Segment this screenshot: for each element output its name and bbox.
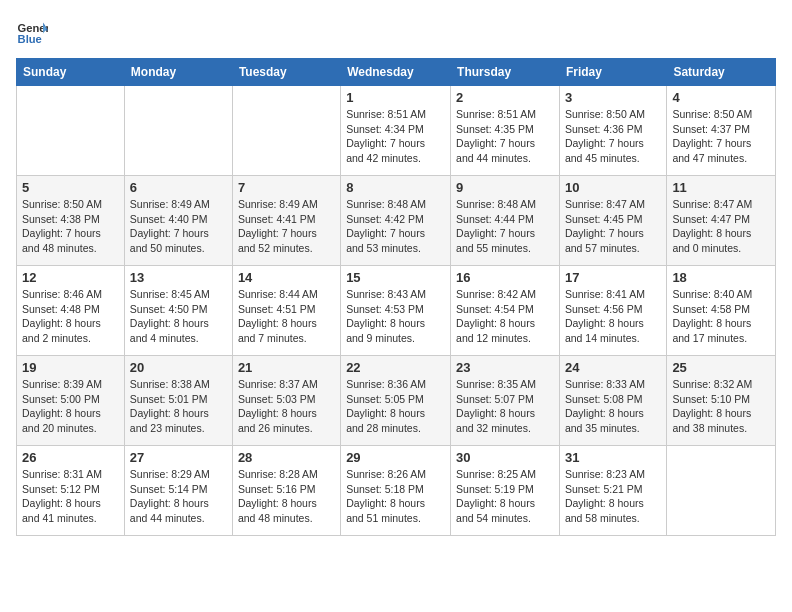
day-info: Sunrise: 8:44 AM Sunset: 4:51 PM Dayligh… (238, 287, 335, 346)
calendar-cell: 5Sunrise: 8:50 AM Sunset: 4:38 PM Daylig… (17, 176, 125, 266)
calendar-week-3: 12Sunrise: 8:46 AM Sunset: 4:48 PM Dayli… (17, 266, 776, 356)
day-info: Sunrise: 8:37 AM Sunset: 5:03 PM Dayligh… (238, 377, 335, 436)
weekday-header-sunday: Sunday (17, 59, 125, 86)
day-number: 20 (130, 360, 227, 375)
weekday-header-friday: Friday (559, 59, 666, 86)
calendar-cell: 20Sunrise: 8:38 AM Sunset: 5:01 PM Dayli… (124, 356, 232, 446)
day-number: 3 (565, 90, 661, 105)
calendar-cell: 6Sunrise: 8:49 AM Sunset: 4:40 PM Daylig… (124, 176, 232, 266)
calendar-cell: 2Sunrise: 8:51 AM Sunset: 4:35 PM Daylig… (451, 86, 560, 176)
day-info: Sunrise: 8:47 AM Sunset: 4:47 PM Dayligh… (672, 197, 770, 256)
day-info: Sunrise: 8:45 AM Sunset: 4:50 PM Dayligh… (130, 287, 227, 346)
calendar-cell: 1Sunrise: 8:51 AM Sunset: 4:34 PM Daylig… (341, 86, 451, 176)
day-number: 25 (672, 360, 770, 375)
day-info: Sunrise: 8:28 AM Sunset: 5:16 PM Dayligh… (238, 467, 335, 526)
calendar-cell (667, 446, 776, 536)
calendar-cell: 30Sunrise: 8:25 AM Sunset: 5:19 PM Dayli… (451, 446, 560, 536)
weekday-header-row: SundayMondayTuesdayWednesdayThursdayFrid… (17, 59, 776, 86)
day-info: Sunrise: 8:41 AM Sunset: 4:56 PM Dayligh… (565, 287, 661, 346)
day-number: 21 (238, 360, 335, 375)
weekday-header-tuesday: Tuesday (232, 59, 340, 86)
calendar-cell: 21Sunrise: 8:37 AM Sunset: 5:03 PM Dayli… (232, 356, 340, 446)
calendar-cell: 10Sunrise: 8:47 AM Sunset: 4:45 PM Dayli… (559, 176, 666, 266)
day-info: Sunrise: 8:42 AM Sunset: 4:54 PM Dayligh… (456, 287, 554, 346)
day-number: 18 (672, 270, 770, 285)
calendar-cell: 11Sunrise: 8:47 AM Sunset: 4:47 PM Dayli… (667, 176, 776, 266)
svg-text:Blue: Blue (18, 33, 42, 45)
day-number: 15 (346, 270, 445, 285)
day-info: Sunrise: 8:38 AM Sunset: 5:01 PM Dayligh… (130, 377, 227, 436)
day-info: Sunrise: 8:36 AM Sunset: 5:05 PM Dayligh… (346, 377, 445, 436)
day-info: Sunrise: 8:32 AM Sunset: 5:10 PM Dayligh… (672, 377, 770, 436)
calendar-cell (232, 86, 340, 176)
day-info: Sunrise: 8:35 AM Sunset: 5:07 PM Dayligh… (456, 377, 554, 436)
day-info: Sunrise: 8:50 AM Sunset: 4:38 PM Dayligh… (22, 197, 119, 256)
day-number: 5 (22, 180, 119, 195)
day-number: 10 (565, 180, 661, 195)
day-info: Sunrise: 8:50 AM Sunset: 4:37 PM Dayligh… (672, 107, 770, 166)
day-number: 17 (565, 270, 661, 285)
calendar-cell: 3Sunrise: 8:50 AM Sunset: 4:36 PM Daylig… (559, 86, 666, 176)
calendar-cell (124, 86, 232, 176)
day-number: 12 (22, 270, 119, 285)
calendar-week-5: 26Sunrise: 8:31 AM Sunset: 5:12 PM Dayli… (17, 446, 776, 536)
day-number: 7 (238, 180, 335, 195)
calendar-cell: 27Sunrise: 8:29 AM Sunset: 5:14 PM Dayli… (124, 446, 232, 536)
weekday-header-monday: Monday (124, 59, 232, 86)
day-info: Sunrise: 8:49 AM Sunset: 4:41 PM Dayligh… (238, 197, 335, 256)
calendar-cell: 15Sunrise: 8:43 AM Sunset: 4:53 PM Dayli… (341, 266, 451, 356)
calendar-cell: 12Sunrise: 8:46 AM Sunset: 4:48 PM Dayli… (17, 266, 125, 356)
day-number: 13 (130, 270, 227, 285)
logo-icon: General Blue (16, 16, 48, 48)
day-number: 22 (346, 360, 445, 375)
calendar-cell: 9Sunrise: 8:48 AM Sunset: 4:44 PM Daylig… (451, 176, 560, 266)
calendar-cell: 25Sunrise: 8:32 AM Sunset: 5:10 PM Dayli… (667, 356, 776, 446)
calendar-cell: 8Sunrise: 8:48 AM Sunset: 4:42 PM Daylig… (341, 176, 451, 266)
day-info: Sunrise: 8:46 AM Sunset: 4:48 PM Dayligh… (22, 287, 119, 346)
day-info: Sunrise: 8:48 AM Sunset: 4:44 PM Dayligh… (456, 197, 554, 256)
calendar-cell: 16Sunrise: 8:42 AM Sunset: 4:54 PM Dayli… (451, 266, 560, 356)
calendar-cell: 7Sunrise: 8:49 AM Sunset: 4:41 PM Daylig… (232, 176, 340, 266)
day-info: Sunrise: 8:40 AM Sunset: 4:58 PM Dayligh… (672, 287, 770, 346)
calendar-cell: 17Sunrise: 8:41 AM Sunset: 4:56 PM Dayli… (559, 266, 666, 356)
day-info: Sunrise: 8:48 AM Sunset: 4:42 PM Dayligh… (346, 197, 445, 256)
day-info: Sunrise: 8:51 AM Sunset: 4:35 PM Dayligh… (456, 107, 554, 166)
calendar-cell: 28Sunrise: 8:28 AM Sunset: 5:16 PM Dayli… (232, 446, 340, 536)
day-number: 2 (456, 90, 554, 105)
calendar-week-2: 5Sunrise: 8:50 AM Sunset: 4:38 PM Daylig… (17, 176, 776, 266)
day-info: Sunrise: 8:33 AM Sunset: 5:08 PM Dayligh… (565, 377, 661, 436)
calendar-cell (17, 86, 125, 176)
day-number: 1 (346, 90, 445, 105)
page-header: General Blue (16, 16, 776, 48)
calendar-cell: 26Sunrise: 8:31 AM Sunset: 5:12 PM Dayli… (17, 446, 125, 536)
calendar-week-1: 1Sunrise: 8:51 AM Sunset: 4:34 PM Daylig… (17, 86, 776, 176)
day-number: 24 (565, 360, 661, 375)
day-info: Sunrise: 8:49 AM Sunset: 4:40 PM Dayligh… (130, 197, 227, 256)
day-number: 4 (672, 90, 770, 105)
day-info: Sunrise: 8:39 AM Sunset: 5:00 PM Dayligh… (22, 377, 119, 436)
day-number: 27 (130, 450, 227, 465)
day-number: 30 (456, 450, 554, 465)
day-number: 19 (22, 360, 119, 375)
calendar-cell: 4Sunrise: 8:50 AM Sunset: 4:37 PM Daylig… (667, 86, 776, 176)
calendar-cell: 18Sunrise: 8:40 AM Sunset: 4:58 PM Dayli… (667, 266, 776, 356)
day-number: 6 (130, 180, 227, 195)
day-number: 14 (238, 270, 335, 285)
calendar-cell: 24Sunrise: 8:33 AM Sunset: 5:08 PM Dayli… (559, 356, 666, 446)
day-info: Sunrise: 8:26 AM Sunset: 5:18 PM Dayligh… (346, 467, 445, 526)
day-info: Sunrise: 8:31 AM Sunset: 5:12 PM Dayligh… (22, 467, 119, 526)
calendar-cell: 13Sunrise: 8:45 AM Sunset: 4:50 PM Dayli… (124, 266, 232, 356)
day-number: 16 (456, 270, 554, 285)
day-number: 28 (238, 450, 335, 465)
weekday-header-saturday: Saturday (667, 59, 776, 86)
calendar-cell: 14Sunrise: 8:44 AM Sunset: 4:51 PM Dayli… (232, 266, 340, 356)
calendar-cell: 23Sunrise: 8:35 AM Sunset: 5:07 PM Dayli… (451, 356, 560, 446)
calendar-cell: 31Sunrise: 8:23 AM Sunset: 5:21 PM Dayli… (559, 446, 666, 536)
day-number: 29 (346, 450, 445, 465)
logo: General Blue (16, 16, 52, 48)
day-number: 26 (22, 450, 119, 465)
calendar-table: SundayMondayTuesdayWednesdayThursdayFrid… (16, 58, 776, 536)
day-info: Sunrise: 8:51 AM Sunset: 4:34 PM Dayligh… (346, 107, 445, 166)
day-info: Sunrise: 8:43 AM Sunset: 4:53 PM Dayligh… (346, 287, 445, 346)
calendar-cell: 22Sunrise: 8:36 AM Sunset: 5:05 PM Dayli… (341, 356, 451, 446)
